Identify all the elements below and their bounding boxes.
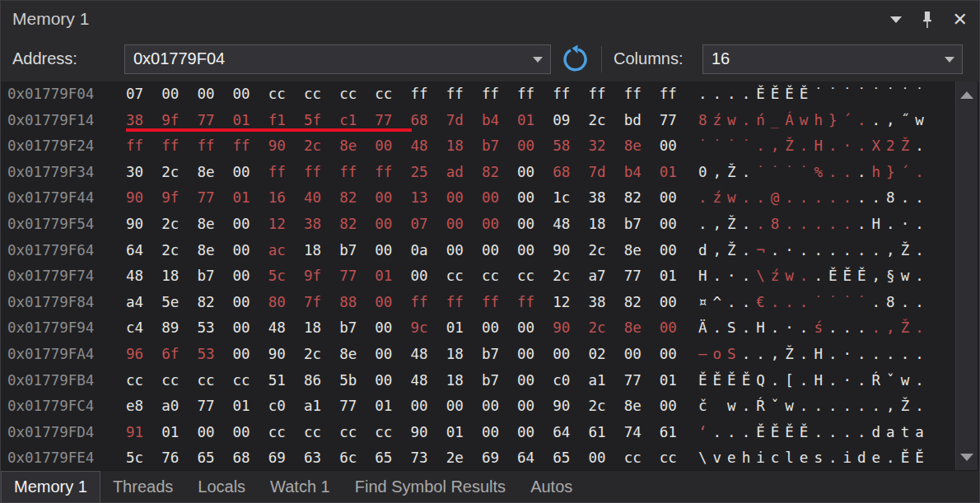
hex-byte[interactable]: 00 xyxy=(233,82,268,108)
hex-byte[interactable]: 2c xyxy=(588,315,623,342)
hex-byte[interactable]: cc xyxy=(660,445,695,471)
hex-byte[interactable]: 00 xyxy=(197,420,232,446)
hex-byte[interactable]: 00 xyxy=(375,290,410,316)
hex-byte[interactable]: 63 xyxy=(304,445,339,471)
hex-byte[interactable]: ff xyxy=(161,133,197,160)
hex-byte[interactable]: 90 xyxy=(411,420,446,446)
hex-byte[interactable]: 25 xyxy=(411,160,446,186)
ascii-text[interactable]: ¤^..€...˙˙˙˙.8.. xyxy=(698,290,930,316)
hex-byte[interactable]: 9f xyxy=(304,263,339,290)
hex-byte[interactable]: cc xyxy=(161,368,197,394)
hex-byte[interactable]: 2e xyxy=(446,445,482,471)
hex-byte[interactable]: 00 xyxy=(517,238,553,264)
hex-byte[interactable]: 8e xyxy=(197,160,232,186)
hex-byte[interactable]: 07 xyxy=(126,82,161,108)
hex-byte[interactable]: cc xyxy=(517,263,553,290)
hex-byte[interactable]: cc xyxy=(482,263,517,290)
hex-byte[interactable]: 7f xyxy=(304,290,339,316)
hex-byte[interactable]: b7 xyxy=(624,212,660,238)
hex-byte[interactable]: a7 xyxy=(588,263,623,290)
hex-byte[interactable]: 82 xyxy=(339,212,375,238)
hex-byte[interactable]: 9c xyxy=(411,315,446,342)
hex-byte[interactable]: 2c xyxy=(588,238,623,264)
hex-byte[interactable]: 82 xyxy=(197,290,232,316)
hex-byte[interactable]: 18 xyxy=(588,212,623,238)
hex-byte[interactable]: 77 xyxy=(197,394,232,420)
hex-byte[interactable]: 07 xyxy=(411,212,446,238)
refresh-icon[interactable] xyxy=(560,44,590,74)
hex-byte[interactable]: 00 xyxy=(233,263,268,290)
address-combobox[interactable]: 0x01779F04 xyxy=(124,44,551,74)
hex-byte[interactable]: 64 xyxy=(553,420,588,446)
hex-byte[interactable]: 12 xyxy=(553,290,588,316)
hex-byte[interactable]: 12 xyxy=(268,212,304,238)
address-value[interactable]: 0x01779F04 xyxy=(133,49,225,68)
ascii-text[interactable]: ˙˙˙˙.,Ž.H.·.X2Ž. xyxy=(698,133,930,160)
hex-byte[interactable]: 82 xyxy=(624,290,660,316)
hex-byte[interactable]: 00 xyxy=(517,133,553,160)
hex-byte[interactable]: 8e xyxy=(624,238,660,264)
hex-byte[interactable]: 6f xyxy=(161,342,197,368)
hex-byte[interactable]: 00 xyxy=(660,133,695,160)
hex-byte[interactable]: 7d xyxy=(446,108,482,134)
hex-byte[interactable]: 8e xyxy=(624,315,660,342)
tab-find-symbol-results[interactable]: Find Symbol Results xyxy=(343,471,518,502)
hex-byte[interactable]: 96 xyxy=(126,342,161,368)
hex-byte[interactable]: 01 xyxy=(446,420,482,446)
hex-byte[interactable]: 01 xyxy=(233,394,268,420)
hex-byte[interactable]: 00 xyxy=(517,394,553,420)
scroll-down-icon[interactable] xyxy=(960,454,973,461)
hex-byte[interactable]: a1 xyxy=(588,368,623,394)
hex-byte[interactable]: 48 xyxy=(126,263,161,290)
hex-byte[interactable]: 90 xyxy=(553,315,588,342)
hex-byte[interactable]: b7 xyxy=(482,342,517,368)
memory-hex-view[interactable]: 0x01779F0407000000ccccccccffffffffffffff… xyxy=(1,82,979,471)
hex-byte[interactable]: 01 xyxy=(660,368,695,394)
hex-byte[interactable]: 00 xyxy=(660,394,695,420)
hex-byte[interactable]: 00 xyxy=(233,212,268,238)
ascii-text[interactable]: d,Ž.¬.·......,Ž. xyxy=(698,238,930,264)
hex-byte[interactable]: ff xyxy=(660,82,695,108)
hex-byte[interactable]: 00 xyxy=(482,212,517,238)
ascii-text[interactable]: \vehicles.ide.ĚĚ xyxy=(698,445,930,471)
hex-byte[interactable]: 9f xyxy=(161,185,197,212)
tab-threads[interactable]: Threads xyxy=(100,471,185,502)
hex-byte[interactable]: 7d xyxy=(588,160,623,186)
ascii-text[interactable]: Ä.S.H.·.ś....,Ž. xyxy=(698,315,930,342)
hex-byte[interactable]: 18 xyxy=(304,238,339,264)
hex-byte[interactable]: 00 xyxy=(411,263,446,290)
pin-icon[interactable] xyxy=(920,11,935,29)
hex-byte[interactable]: ff xyxy=(446,290,482,316)
hex-byte[interactable]: ff xyxy=(339,160,375,186)
hex-byte[interactable]: 00 xyxy=(660,238,695,264)
hex-byte[interactable]: cc xyxy=(197,368,232,394)
ascii-text[interactable]: –oS..,Ž.H.·..... xyxy=(698,342,930,368)
hex-byte[interactable]: 68 xyxy=(233,445,268,471)
hex-byte[interactable]: ff xyxy=(233,133,268,160)
ascii-text[interactable]: č w.Ŕˇw......,Ž. xyxy=(698,394,930,420)
hex-byte[interactable]: 32 xyxy=(588,133,623,160)
hex-byte[interactable]: cc xyxy=(268,420,304,446)
ascii-text[interactable]: 0,Ž.˙˙˙˙%...h}´. xyxy=(698,160,930,186)
hex-byte[interactable]: 18 xyxy=(304,315,339,342)
hex-byte[interactable]: 61 xyxy=(588,420,623,446)
ascii-text[interactable]: ‘...ĚĚĚĚ....data xyxy=(698,420,930,446)
hex-byte[interactable]: 16 xyxy=(268,185,304,212)
hex-byte[interactable]: 38 xyxy=(588,290,623,316)
hex-byte[interactable]: a0 xyxy=(161,394,197,420)
hex-byte[interactable]: 2c xyxy=(304,133,339,160)
hex-byte[interactable]: 0a xyxy=(411,238,446,264)
hex-byte[interactable]: 00 xyxy=(482,315,517,342)
hex-byte[interactable]: 82 xyxy=(482,160,517,186)
hex-byte[interactable]: 00 xyxy=(197,82,232,108)
hex-byte[interactable]: 90 xyxy=(126,212,161,238)
hex-byte[interactable]: 00 xyxy=(233,420,268,446)
hex-byte[interactable]: 00 xyxy=(624,342,660,368)
hex-byte[interactable]: ff xyxy=(624,82,660,108)
hex-byte[interactable]: 00 xyxy=(375,368,410,394)
tab-watch-1[interactable]: Watch 1 xyxy=(258,471,343,502)
hex-byte[interactable]: ff xyxy=(517,290,553,316)
hex-byte[interactable]: 00 xyxy=(482,185,517,212)
hex-byte[interactable]: 01 xyxy=(233,185,268,212)
hex-byte[interactable]: 01 xyxy=(161,420,197,446)
